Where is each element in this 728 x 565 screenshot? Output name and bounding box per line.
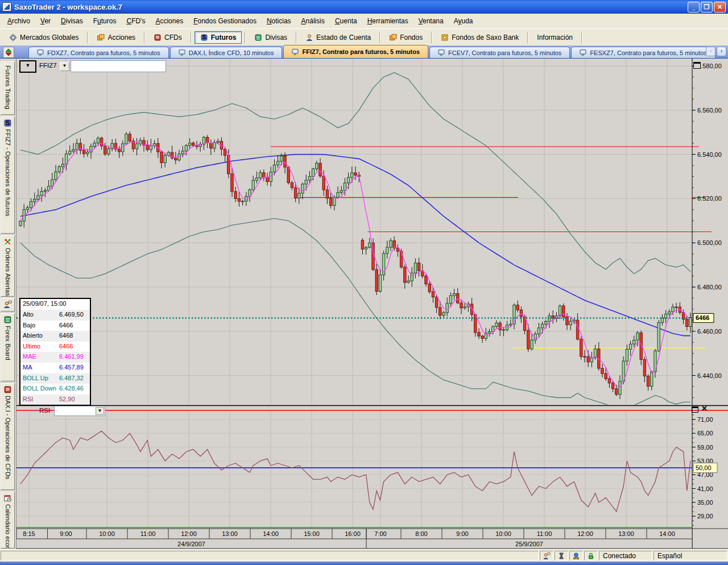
menu-item-acciones[interactable]: Acciones <box>150 15 188 27</box>
tooltip-row-value: 6.428,46 <box>59 385 88 393</box>
svg-text:6.520,00: 6.520,00 <box>697 195 722 202</box>
restore-button[interactable]: ❐ <box>701 2 713 13</box>
svg-text:35,00: 35,00 <box>697 499 713 506</box>
menu-item-futuros[interactable]: Futuros <box>88 15 122 27</box>
rsi-indicator-combo[interactable]: ▼ <box>54 406 105 416</box>
tooltip-row-label: Ultimo <box>23 343 59 351</box>
tooltip-row-label: Alto <box>23 311 59 319</box>
tab-scroll-left-button[interactable]: ‹ <box>706 47 715 56</box>
toolbar-button-informaci-n[interactable]: Información <box>531 31 578 44</box>
svg-text:6.540,00: 6.540,00 <box>697 151 722 158</box>
menu-item-cuenta[interactable]: Cuenta <box>330 15 362 27</box>
rsi-pane-close-icon[interactable]: ✕ <box>701 404 708 413</box>
toolbar-button-futuros[interactable]: SFuturos <box>195 31 242 44</box>
chevron-down-icon[interactable]: ▼ <box>96 407 104 415</box>
svg-text:6.460,00: 6.460,00 <box>697 328 722 335</box>
tooltip-row-value: 6466 <box>59 343 88 351</box>
s-blue-icon: S <box>3 119 12 127</box>
document-tabs: FDXZ7, Contrato para futuros, 5 minutosD… <box>28 45 717 58</box>
s-blue-icon: S <box>200 34 208 41</box>
svg-text:S: S <box>6 119 10 126</box>
sidebar-item-dax-i-operaciones-de-cfds[interactable]: DAX.I - Operaciones de CFDs <box>1 383 15 490</box>
tooltip-row-label: MA <box>23 364 59 372</box>
tooltip-row-value: 6468 <box>59 332 88 340</box>
sidebar-item-ffiz7-operaciones-de-futuros[interactable]: SFFIZ7 - Operaciones de futuros <box>1 117 15 234</box>
ohlc-tooltip: 25/09/07, 15:00 Alto6.469,50Bajo6466Abie… <box>19 298 91 406</box>
svg-text:12:00: 12:00 <box>577 530 593 537</box>
menu-item-ver[interactable]: Ver <box>35 15 56 27</box>
chart-tab-icon <box>179 49 186 56</box>
toolbar-button-label: Fondos <box>400 34 423 41</box>
toolbar-separator <box>296 32 297 43</box>
person-icon <box>305 34 313 41</box>
tooltip-row-mae: MAE6.461,99 <box>20 352 90 363</box>
chart-tab-icon <box>438 49 445 56</box>
rsi-pane-restore-icon[interactable] <box>692 406 698 413</box>
sidebar-item-calendario-econ-mico[interactable]: Calendario económico <box>1 492 15 549</box>
minimize-button[interactable]: _ <box>688 2 700 13</box>
tab-ffiz7[interactable]: FFIZ7, Contrato para futuros, 5 minutos <box>283 45 428 58</box>
tooltip-row-boll-down: BOLL Down6.428,46 <box>20 384 90 394</box>
svg-text:8:00: 8:00 <box>415 530 427 537</box>
tab-scroll-right-button[interactable]: › <box>717 47 726 56</box>
toolbar-button-cfds[interactable]: CFDs <box>148 31 188 44</box>
tab-label: FDXZ7, Contrato para futuros, 5 minutos <box>47 49 160 56</box>
menu-item-an-lisis[interactable]: Análisis <box>296 15 330 27</box>
user-chat-icon <box>3 300 12 309</box>
toolbar-button-label: Información <box>537 34 573 41</box>
tooltip-row-abierto: Abierto6468 <box>20 331 90 342</box>
menu-item-ventana[interactable]: Ventana <box>413 15 449 27</box>
tooltip-row-label: BOLL Up <box>23 375 59 383</box>
menu-bar: ArchivoVerDivisasFuturosCFD'sAccionesFon… <box>0 14 728 28</box>
status-lock-indicator <box>584 551 598 560</box>
menu-item-ayuda[interactable]: Ayuda <box>449 15 478 27</box>
toolbar-button-fondos[interactable]: Fondos <box>383 31 428 44</box>
toolbar-button-estado-de-cuenta[interactable]: Estado de Cuenta <box>300 31 377 44</box>
toolbar-button-mercados-globales[interactable]: Mercados Globales <box>3 31 84 44</box>
sidebar-item-futures-trading[interactable]: Futures Trading <box>1 61 15 115</box>
sidebar-item-forex-board[interactable]: Forex Board <box>1 313 15 381</box>
tab-fcev7[interactable]: FCEV7, Contrato para futuros, 5 minutos <box>429 47 570 58</box>
lock-icon <box>587 552 595 560</box>
svg-text:6.500,00: 6.500,00 <box>697 239 722 246</box>
menu-item-noticias[interactable]: Noticias <box>262 15 296 27</box>
toolbar-separator <box>87 32 88 43</box>
toolbar-button-divisas[interactable]: Divisas <box>249 31 293 44</box>
svg-text:9:00: 9:00 <box>456 530 468 537</box>
toolbar-button-label: Fondos de Saxo Bank <box>452 34 519 41</box>
menu-item-cfd-s[interactable]: CFD's <box>121 15 150 27</box>
status-user-chat-indicator <box>540 551 553 560</box>
chart-symbol-dropdown[interactable]: ▼ <box>19 60 36 73</box>
menu-item-herramientas[interactable]: Herramientas <box>362 15 413 27</box>
price-pane-restore-icon[interactable] <box>693 62 701 69</box>
symbol-search-input[interactable] <box>71 60 166 72</box>
table-green-icon <box>3 315 12 324</box>
tooltip-row-value: 52,90 <box>59 396 88 404</box>
close-button[interactable]: ✕ <box>714 2 726 13</box>
tab-fdxz7[interactable]: FDXZ7, Contrato para futuros, 5 minutos <box>28 47 169 58</box>
toolbar-button-label: Divisas <box>265 34 287 41</box>
window-title: SaxoTrader 2 - workspace.ok.7 <box>14 3 122 11</box>
toolbar-button-fondos-de-saxo-bank[interactable]: Fondos de Saxo Bank <box>435 31 524 44</box>
calendar-icon <box>3 494 12 502</box>
svg-text:16:00: 16:00 <box>345 530 361 537</box>
chart-canvas[interactable]: 6.580,006.560,006.540,006.520,006.500,00… <box>16 59 728 549</box>
menu-item-fondos-gestionados[interactable]: Fondos Gestionados <box>188 15 262 27</box>
svg-text:S: S <box>202 34 206 40</box>
status-hourglass-indicator <box>555 551 568 560</box>
language-status: Español <box>653 551 727 560</box>
svg-text:9:00: 9:00 <box>60 530 72 537</box>
symbol-mini-dropdown[interactable]: ▼ <box>60 62 69 71</box>
menu-item-archivo[interactable]: Archivo <box>2 15 35 27</box>
sidebar-item-ordenes-abiertas[interactable]: Ordenes Abiertas <box>1 235 15 297</box>
doc-red-icon <box>3 385 12 394</box>
toolbar-button-label: Estado de Cuenta <box>316 34 371 41</box>
sidebar-item-user-chat[interactable] <box>1 298 15 311</box>
svg-text:14:00: 14:00 <box>263 530 279 537</box>
window-orange-icon <box>97 34 105 41</box>
svg-text:14:00: 14:00 <box>659 530 675 537</box>
menu-item-divisas[interactable]: Divisas <box>56 15 88 27</box>
tab-fesxz7[interactable]: FESXZ7, Contrato para futuros, 5 minutos <box>571 47 715 58</box>
toolbar-button-acciones[interactable]: Acciones <box>91 31 141 44</box>
tab-dax-i[interactable]: DAX.I, Índice CFD, 10 minutos <box>170 47 283 58</box>
